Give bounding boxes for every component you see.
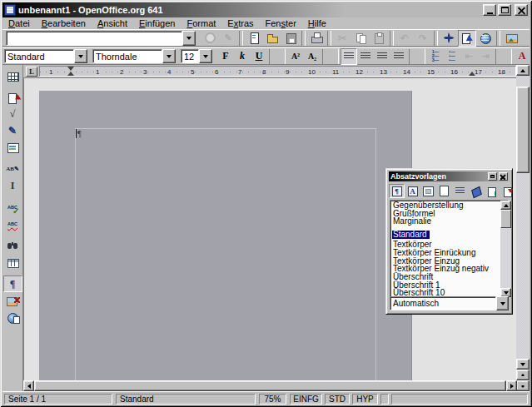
status-zoom[interactable]: 75% — [259, 394, 286, 405]
first-line-indent-marker[interactable] — [67, 67, 74, 71]
cut-button[interactable]: ✂ — [333, 30, 351, 47]
minimize-button[interactable] — [483, 4, 496, 16]
page[interactable]: ¶ — [39, 91, 412, 380]
tab-type-selector[interactable]: L — [26, 67, 37, 77]
separator[interactable] — [322, 49, 339, 64]
stop-button[interactable] — [201, 30, 219, 47]
previous-page-button[interactable] — [516, 370, 530, 380]
nonprinting-characters-button[interactable]: ¶ — [3, 275, 22, 292]
data-sources-button[interactable] — [3, 254, 22, 271]
stylist-button[interactable] — [458, 30, 476, 47]
menu-format[interactable]: Format — [181, 17, 221, 29]
gallery-button[interactable] — [502, 30, 520, 47]
align-right-button[interactable] — [374, 48, 390, 65]
graphics-onoff-button[interactable] — [3, 292, 22, 309]
autospellcheck-button[interactable]: ABC — [3, 216, 22, 232]
separator[interactable] — [495, 49, 512, 64]
edit-file-button[interactable]: ✎ — [219, 30, 237, 47]
menu-extras[interactable]: Extras — [221, 17, 259, 29]
style-list-item[interactable]: Standard — [392, 231, 430, 239]
redo-button[interactable]: ↷ — [414, 30, 432, 47]
align-justify-button[interactable] — [390, 48, 407, 65]
menu-einfuegen[interactable]: Einfügen — [133, 17, 181, 29]
bullets-button[interactable]: •— •— •— — [444, 48, 460, 65]
insert-fields-button[interactable] — [3, 89, 22, 106]
menu-datei[interactable]: Datei — [2, 17, 36, 29]
stylist-close-button[interactable] — [499, 172, 508, 181]
scroll-up-button[interactable] — [516, 65, 530, 76]
font-name-input[interactable] — [92, 49, 162, 63]
vertical-scroll-thumb[interactable] — [516, 87, 530, 173]
new-document-button[interactable] — [245, 30, 263, 47]
direct-cursor-button[interactable]: I — [3, 177, 22, 194]
load-url-input[interactable] — [6, 31, 182, 46]
status-hyperlink-mode[interactable]: HYP — [352, 394, 378, 405]
numbering-styles-tab[interactable] — [452, 184, 468, 198]
font-name-dropdown-button[interactable] — [162, 49, 176, 63]
hyperlink-dialog-button[interactable] — [476, 30, 495, 47]
paragraph-style-input[interactable] — [4, 49, 74, 63]
close-button[interactable] — [515, 4, 528, 16]
separator[interactable] — [496, 31, 500, 46]
separator[interactable] — [239, 31, 243, 46]
style-list-item[interactable]: Marginalie — [392, 217, 506, 226]
separator[interactable] — [301, 31, 306, 46]
style-filter-input[interactable] — [390, 296, 496, 310]
vertical-scroll-track[interactable] — [516, 76, 530, 359]
paragraph-styles-tab[interactable]: ¶ — [389, 184, 405, 198]
style-list-scroll-track[interactable] — [500, 210, 511, 288]
status-page[interactable]: Seite 1 / 1 — [4, 394, 112, 405]
left-indent-marker[interactable] — [67, 72, 74, 76]
insert-button[interactable] — [3, 67, 22, 84]
italic-button[interactable]: k — [234, 48, 251, 65]
paste-button[interactable] — [370, 30, 388, 47]
separator[interactable] — [434, 31, 438, 46]
menu-ansicht[interactable]: Ansicht — [92, 17, 133, 29]
separator[interactable] — [390, 31, 394, 46]
undo-button[interactable]: ↶ — [395, 30, 414, 47]
decrease-indent-button[interactable]: ⇤ — [460, 48, 477, 65]
style-list-scroll-thumb[interactable] — [500, 210, 511, 228]
font-size-input[interactable] — [181, 49, 199, 63]
subscript-button[interactable]: A₂ — [304, 48, 321, 65]
style-list-scroll-up-button[interactable] — [500, 201, 511, 210]
scroll-down-button[interactable] — [516, 359, 530, 370]
separator[interactable] — [409, 49, 425, 64]
insert-object-button[interactable]: √ — [3, 106, 22, 122]
horizontal-ruler[interactable]: 1 123456789101112131415161718 — [39, 66, 516, 77]
align-left-button[interactable] — [341, 48, 357, 65]
update-style-button[interactable] — [500, 184, 515, 198]
load-url-dropdown-button[interactable] — [182, 31, 196, 46]
separator[interactable] — [327, 31, 331, 46]
save-button[interactable] — [281, 30, 300, 47]
open-button[interactable] — [263, 30, 281, 47]
style-filter-dropdown-button[interactable] — [496, 296, 509, 310]
page-styles-tab[interactable] — [436, 184, 452, 198]
scroll-left-button[interactable] — [23, 380, 34, 391]
align-center-button[interactable] — [357, 48, 374, 65]
next-page-button[interactable] — [516, 380, 530, 391]
autotext-button[interactable]: AB✎ — [3, 161, 22, 177]
character-styles-tab[interactable]: A — [405, 184, 420, 198]
menu-hilfe[interactable]: Hilfe — [302, 17, 332, 29]
superscript-button[interactable]: A² — [287, 48, 304, 65]
underline-button[interactable]: U — [251, 48, 267, 65]
spellcheck-button[interactable]: ABC — [3, 199, 22, 216]
stylist-title-bar[interactable]: Absatzvorlagen — [389, 171, 510, 181]
navigator-button[interactable] — [440, 30, 458, 47]
font-size-dropdown-button[interactable] — [199, 49, 212, 63]
form-functions-button[interactable] — [3, 139, 22, 156]
status-page-style[interactable]: Standard — [116, 394, 256, 405]
increase-indent-button[interactable]: ⇥ — [477, 48, 494, 65]
bold-button[interactable]: F — [217, 48, 234, 65]
separator[interactable] — [269, 49, 286, 64]
menu-bearbeiten[interactable]: Bearbeiten — [36, 17, 92, 29]
menu-fenster[interactable]: Fenster — [260, 17, 302, 29]
status-insert-mode[interactable]: EINFG — [290, 394, 322, 405]
font-color-button[interactable]: A — [514, 48, 530, 65]
find-replace-button[interactable] — [3, 237, 22, 254]
fill-format-mode-button[interactable] — [468, 184, 484, 198]
online-layout-button[interactable] — [3, 309, 22, 325]
frame-styles-tab[interactable] — [420, 184, 436, 198]
horizontal-scroll-thumb[interactable] — [34, 380, 506, 391]
